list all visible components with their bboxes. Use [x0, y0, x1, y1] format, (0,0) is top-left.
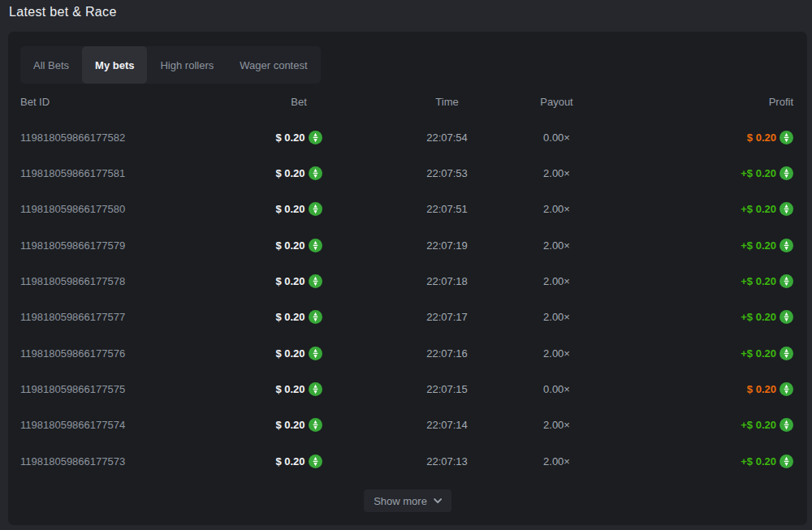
- currency-coin-icon: [309, 455, 322, 468]
- show-more-label: Show more: [374, 495, 427, 507]
- table-row[interactable]: 119818059866177578$ 0.20 22:07:182.00×+$…: [20, 263, 793, 299]
- tab-high-rollers[interactable]: High rollers: [147, 46, 227, 84]
- time-cell: 22:07:17: [391, 311, 503, 323]
- bet-cell: $ 0.20: [207, 382, 391, 396]
- bet-id-cell: 119818059866177575: [20, 383, 207, 395]
- table-row[interactable]: 119818059866177573$ 0.20 22:07:132.00×+$…: [20, 443, 793, 479]
- currency-coin-icon: [309, 202, 322, 216]
- bet-amount: $ 0.20: [275, 131, 304, 144]
- currency-coin-icon: [780, 202, 793, 216]
- currency-coin-icon: [780, 310, 793, 324]
- bet-id-cell: 119818059866177582: [20, 131, 207, 144]
- profit-cell: +$ 0.20: [610, 274, 793, 288]
- time-cell: 22:07:54: [391, 131, 503, 144]
- profit-amount: +$ 0.20: [741, 455, 776, 468]
- bet-amount: $ 0.20: [275, 167, 304, 179]
- table-row[interactable]: 119818059866177580$ 0.20 22:07:512.00×+$…: [20, 192, 793, 227]
- time-cell: 22:07:14: [391, 419, 503, 431]
- currency-coin-icon: [309, 166, 322, 180]
- time-cell: 22:07:53: [391, 167, 503, 179]
- currency-coin-icon: [309, 274, 322, 288]
- profit-cell: +$ 0.20: [610, 310, 793, 324]
- currency-coin-icon: [780, 455, 793, 468]
- currency-coin-icon: [780, 131, 793, 144]
- payout-cell: 2.00×: [503, 455, 610, 468]
- table-row[interactable]: 119818059866177579$ 0.20 22:07:192.00×+$…: [20, 227, 793, 263]
- time-cell: 22:07:18: [391, 275, 503, 287]
- table-row[interactable]: 119818059866177574$ 0.20 22:07:142.00×+$…: [20, 407, 793, 443]
- bet-cell: $ 0.20: [207, 239, 391, 252]
- bet-id-cell: 119818059866177578: [20, 275, 207, 287]
- profit-cell: $ 0.20: [610, 131, 793, 144]
- tab-all-bets[interactable]: All Bets: [20, 46, 82, 84]
- table-body: 119818059866177582$ 0.20 22:07:540.00×$ …: [20, 119, 793, 479]
- profit-amount: +$ 0.20: [741, 203, 776, 215]
- profit-cell: +$ 0.20: [610, 166, 793, 180]
- payout-cell: 0.00×: [503, 131, 610, 144]
- bet-amount: $ 0.20: [275, 311, 304, 323]
- payout-cell: 2.00×: [503, 419, 610, 431]
- table-row[interactable]: 119818059866177581$ 0.20 22:07:532.00×+$…: [20, 155, 793, 191]
- time-cell: 22:07:13: [391, 455, 503, 468]
- bet-amount: $ 0.20: [275, 203, 304, 215]
- currency-coin-icon: [780, 239, 793, 252]
- table-row[interactable]: 119818059866177576$ 0.20 22:07:162.00×+$…: [20, 335, 793, 371]
- profit-amount: +$ 0.20: [741, 347, 776, 360]
- latest-bets-panel: All BetsMy betsHigh rollersWager contest…: [8, 32, 807, 525]
- currency-coin-icon: [780, 382, 793, 396]
- table-row[interactable]: 119818059866177577$ 0.20 22:07:172.00×+$…: [20, 299, 793, 335]
- time-cell: 22:07:15: [391, 383, 503, 395]
- bet-id-cell: 119818059866177580: [20, 203, 207, 215]
- column-header-payout: Payout: [503, 96, 610, 108]
- profit-amount: $ 0.20: [747, 383, 776, 395]
- column-header-time: Time: [391, 96, 503, 108]
- profit-cell: $ 0.20: [610, 382, 793, 396]
- payout-cell: 2.00×: [503, 203, 610, 215]
- profit-amount: +$ 0.20: [741, 275, 776, 287]
- bet-cell: $ 0.20: [207, 131, 391, 144]
- currency-coin-icon: [309, 131, 322, 144]
- show-more-button[interactable]: Show more: [364, 489, 451, 512]
- tab-my-bets[interactable]: My bets: [82, 46, 147, 84]
- payout-cell: 2.00×: [503, 167, 610, 179]
- bet-amount: $ 0.20: [275, 455, 304, 468]
- bet-amount: $ 0.20: [275, 347, 304, 360]
- bet-id-cell: 119818059866177574: [20, 419, 207, 431]
- bet-cell: $ 0.20: [207, 347, 391, 360]
- bets-table: Bet ID Bet Time Payout Profit 1198180598…: [20, 84, 793, 479]
- currency-coin-icon: [780, 166, 793, 180]
- payout-cell: 2.00×: [503, 311, 610, 323]
- currency-coin-icon: [780, 274, 793, 288]
- bet-cell: $ 0.20: [207, 202, 391, 216]
- currency-coin-icon: [780, 347, 793, 360]
- profit-cell: +$ 0.20: [610, 418, 793, 432]
- currency-coin-icon: [309, 382, 322, 396]
- profit-amount: +$ 0.20: [741, 239, 776, 252]
- bet-cell: $ 0.20: [207, 418, 391, 432]
- bet-id-cell: 119818059866177579: [20, 239, 207, 252]
- profit-cell: +$ 0.20: [610, 347, 793, 360]
- payout-cell: 2.00×: [503, 347, 610, 360]
- column-header-profit: Profit: [610, 96, 793, 108]
- table-row[interactable]: 119818059866177575$ 0.20 22:07:150.00×$ …: [20, 371, 793, 407]
- profit-amount: +$ 0.20: [741, 167, 776, 179]
- tab-wager-contest[interactable]: Wager contest: [227, 46, 320, 84]
- currency-coin-icon: [309, 418, 322, 432]
- profit-cell: +$ 0.20: [610, 455, 793, 468]
- table-row[interactable]: 119818059866177582$ 0.20 22:07:540.00×$ …: [20, 119, 793, 155]
- bet-cell: $ 0.20: [207, 310, 391, 324]
- page-title: Latest bet & Race: [9, 5, 117, 19]
- column-header-bet: Bet: [207, 96, 391, 108]
- bet-amount: $ 0.20: [275, 239, 304, 252]
- payout-cell: 2.00×: [503, 275, 610, 287]
- bet-amount: $ 0.20: [275, 383, 304, 395]
- bets-tab-bar: All BetsMy betsHigh rollersWager contest: [20, 46, 321, 84]
- profit-amount: +$ 0.20: [741, 419, 776, 431]
- bet-cell: $ 0.20: [207, 166, 391, 180]
- currency-coin-icon: [309, 347, 322, 360]
- bet-amount: $ 0.20: [275, 275, 304, 287]
- currency-coin-icon: [780, 418, 793, 432]
- profit-cell: +$ 0.20: [610, 202, 793, 216]
- bet-id-cell: 119818059866177573: [20, 455, 207, 468]
- bet-cell: $ 0.20: [207, 274, 391, 288]
